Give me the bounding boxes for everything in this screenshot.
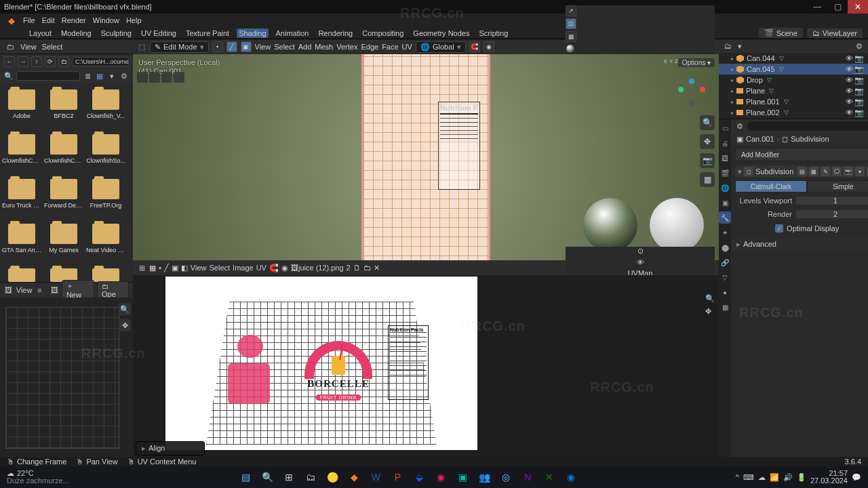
uv-island-icon[interactable]: ◧ — [181, 264, 188, 272]
editor-type-icon[interactable]: 🖼 — [4, 285, 14, 295]
folder-item[interactable]: BFBC2 — [43, 87, 84, 130]
options-dropdown[interactable]: Options ▾ — [678, 58, 715, 67]
tab-animation[interactable]: Animation — [274, 28, 311, 38]
folder-item[interactable] — [1, 266, 42, 282]
render-vis-icon[interactable]: 📷 — [854, 65, 864, 74]
axis-x-icon[interactable]: X — [663, 58, 667, 64]
uv-uv[interactable]: UV — [256, 264, 267, 272]
prop-tab-output-icon[interactable]: 🖨 — [719, 137, 731, 149]
tab-texture[interactable]: Texture Paint — [184, 28, 231, 38]
uv-image[interactable]: Image — [233, 264, 254, 272]
tab-scripting[interactable]: Scripting — [477, 28, 510, 38]
tray-battery-icon[interactable]: 🔋 — [797, 473, 806, 482]
folder-item[interactable]: Clownfish_V... — [85, 87, 126, 130]
tab-rendering[interactable]: Rendering — [316, 28, 355, 38]
v3d-mesh[interactable]: Mesh — [315, 43, 333, 51]
path-field[interactable]: C:\Users\H...ocuments\ — [72, 57, 129, 66]
fb-select-menu[interactable]: Select — [42, 43, 63, 51]
app-teal-icon[interactable]: ▣ — [453, 468, 472, 487]
outliner-row[interactable]: ▸Plane▽👁📷 — [719, 85, 868, 96]
camera-icon[interactable]: 📷 — [700, 153, 715, 168]
tray-volume-icon[interactable]: 🔊 — [783, 473, 793, 482]
image-preview[interactable] — [5, 307, 119, 449]
viewlayer-selector[interactable]: 🗂ViewLayer — [807, 28, 863, 38]
editor-type-icon[interactable]: ⬚ — [137, 42, 146, 52]
close-button[interactable]: ✕ — [848, 0, 868, 14]
uv-select[interactable]: Select — [210, 264, 231, 272]
v3d-uv[interactable]: UV — [402, 43, 412, 51]
select-tool3-icon[interactable] — [174, 72, 184, 83]
prop-tab-render-icon[interactable]: ▭ — [719, 122, 731, 134]
editor-type-icon[interactable]: 🗂 — [723, 41, 732, 51]
max-button[interactable]: ▢ — [827, 0, 848, 14]
fb-view-menu[interactable]: View — [20, 43, 37, 51]
prop-tab-scene-icon[interactable]: 🎬 — [719, 167, 731, 179]
mod-render-icon[interactable]: 📷 — [844, 167, 853, 176]
snap-icon[interactable]: 🧲 — [469, 41, 480, 52]
outliner-row[interactable]: ▸vfx billboard.fspy▽👁📷 — [719, 118, 868, 119]
tab-modeling[interactable]: Modeling — [59, 28, 94, 38]
mod-dropdown-icon[interactable]: ▾ — [855, 167, 865, 176]
select-tool2-icon[interactable] — [161, 72, 172, 83]
folder-item[interactable]: Neat Video v... — [85, 221, 126, 264]
outliner-row[interactable]: ▸Drop▽👁📷 — [719, 75, 868, 85]
prop-tab-view-icon[interactable]: 🖼 — [719, 152, 731, 164]
v3d-add[interactable]: Add — [298, 43, 312, 51]
edge-icon[interactable]: ◉ — [561, 468, 580, 487]
tab-shading[interactable]: Shading — [237, 28, 268, 38]
vertex-select-icon[interactable]: • — [212, 41, 223, 52]
app-pink-icon[interactable]: ◉ — [431, 468, 450, 487]
img-mode-icon[interactable]: 🖼 — [50, 285, 59, 295]
nav-refresh-icon[interactable]: ⟳ — [45, 56, 56, 67]
bc-obj[interactable]: Can.001 — [746, 135, 774, 143]
funnel-icon[interactable]: ⚙ — [854, 41, 864, 51]
folder-item[interactable]: Adobe — [1, 87, 42, 130]
tray-lang-icon[interactable]: ⌨ — [743, 473, 754, 482]
v3d-edge[interactable]: Edge — [361, 43, 378, 51]
visibility-icon[interactable]: 👁 — [846, 98, 853, 106]
v3d-select[interactable]: Select — [274, 43, 295, 51]
prop-tab-object-icon[interactable]: ▣ — [719, 197, 731, 209]
editor-type-icon[interactable]: ⊞ — [137, 263, 146, 272]
operator-align-popup[interactable]: ▸Align — [136, 441, 205, 455]
v3d-face[interactable]: Face — [382, 43, 398, 51]
folder-item[interactable]: ClownfishCu... — [43, 131, 84, 175]
zoom-icon[interactable]: 🔍 — [700, 115, 715, 130]
start-icon[interactable]: ▤ — [236, 468, 255, 487]
outliner-row[interactable]: ▸Can.045▽👁📷 — [719, 64, 868, 75]
outliner-row[interactable]: ▸Can.044▽👁📷 — [719, 53, 868, 64]
nav-up-icon[interactable]: ↑ — [31, 56, 42, 67]
img-open-btn[interactable]: 🗀 Ope — [97, 281, 129, 300]
visibility-icon[interactable]: 👁 — [846, 54, 853, 63]
nav-newdir-icon[interactable]: 🗀 — [58, 56, 69, 67]
tab-uvediting[interactable]: UV Editing — [139, 28, 178, 38]
file-search-input[interactable] — [16, 71, 80, 81]
tray-notif-icon[interactable]: 💬 — [852, 473, 861, 482]
render-vis-icon[interactable]: 📷 — [854, 108, 864, 117]
uv-propedit-icon[interactable]: ◉ — [281, 264, 288, 272]
uv-snap-icon[interactable]: 🧲 — [269, 264, 279, 272]
search-taskbar-icon[interactable]: 🔍 — [258, 468, 277, 487]
uv-edge-icon[interactable]: ╱ — [164, 264, 169, 272]
powerpoint-icon[interactable]: P — [388, 468, 407, 487]
editor-type-icon[interactable]: ⚙ — [735, 121, 745, 131]
prop-tab-texture-icon[interactable]: ▦ — [719, 301, 731, 313]
img-pan-icon[interactable]: ✥ — [119, 319, 131, 331]
blender-icon[interactable]: ◆ — [344, 468, 363, 487]
min-button[interactable]: ― — [807, 0, 827, 14]
advanced-section[interactable]: ▸Advanced — [731, 238, 868, 250]
visibility-icon[interactable]: 👁 — [846, 108, 853, 117]
display-grid-icon[interactable]: ▦ — [95, 71, 104, 81]
nav-back-icon[interactable]: ← — [4, 56, 15, 67]
v3d-view[interactable]: View — [255, 43, 271, 51]
prop-tab-physics-icon[interactable]: ⬤ — [719, 241, 731, 253]
dropbox-icon[interactable]: ⬙ — [410, 468, 429, 487]
scene-selector[interactable]: 🎬Scene — [759, 28, 803, 38]
prop-search[interactable] — [747, 121, 868, 131]
folder-item[interactable]: Euro Truck S... — [1, 176, 42, 220]
folder-item[interactable]: GTA San And... — [1, 221, 42, 264]
optimal-checkbox[interactable]: ✓ — [775, 224, 783, 232]
menu-edit[interactable]: Edit — [42, 16, 55, 24]
taskbar-clock[interactable]: 21:57 27.03.2024 — [810, 470, 848, 485]
tab-sculpting[interactable]: Sculpting — [99, 28, 134, 38]
